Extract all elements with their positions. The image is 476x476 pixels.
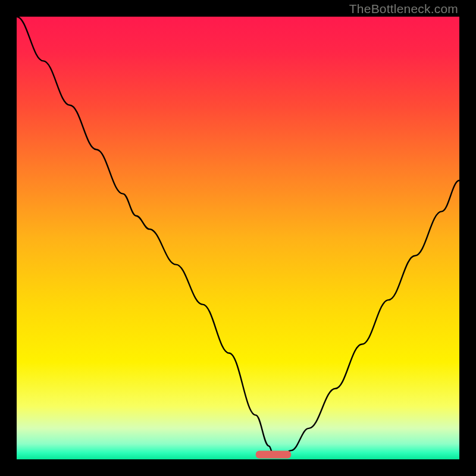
curve-layer [17, 17, 459, 459]
optimal-marker [256, 451, 292, 459]
chart-frame: TheBottleneck.com [0, 0, 476, 476]
watermark-text: TheBottleneck.com [349, 2, 458, 16]
plot-area [17, 17, 459, 459]
bottleneck-curve [17, 17, 459, 455]
